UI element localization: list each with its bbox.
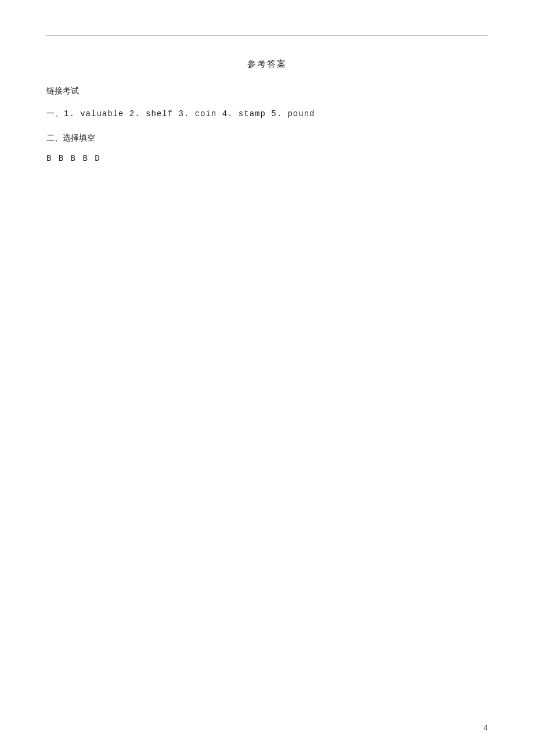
page-title: 参考答案 xyxy=(46,59,488,70)
section1-answers: 一、1. valuable 2. shelf 3. coin 4. stamp … xyxy=(46,107,488,121)
section2-answers: B B B B D xyxy=(46,154,488,163)
section1-answer-text: 1. valuable 2. shelf 3. coin 4. stamp 5.… xyxy=(64,109,315,118)
page-container: 参考答案 链接考试 一、1. valuable 2. shelf 3. coin… xyxy=(0,0,534,756)
top-divider xyxy=(46,35,488,35)
section1-heading: 链接考试 xyxy=(46,86,488,96)
page-number: 4 xyxy=(484,723,488,733)
section1-label: 一、 xyxy=(46,109,64,118)
section2-heading: 二、选择填空 xyxy=(46,133,488,143)
